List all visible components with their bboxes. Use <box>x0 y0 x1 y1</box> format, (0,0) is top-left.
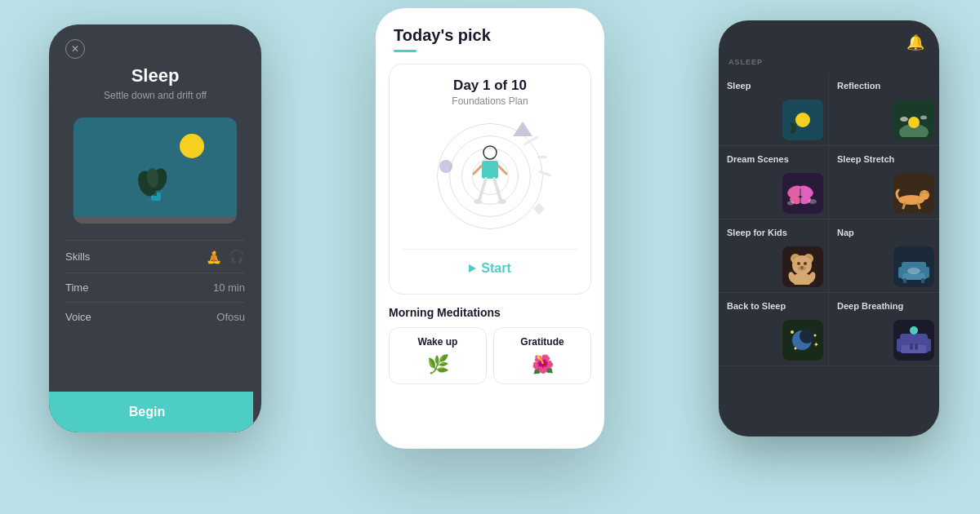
svg-point-59 <box>910 326 918 335</box>
svg-point-36 <box>804 262 807 265</box>
bell-icon[interactable]: 🔔 <box>906 33 924 51</box>
grid-cell-kids[interactable]: Sleep for Kids <box>719 219 829 293</box>
stat-voice: Voice Ofosu <box>65 302 245 331</box>
svg-point-22 <box>808 199 817 204</box>
wakeup-card[interactable]: Wake up 🌿 <box>389 327 487 384</box>
morning-title: Morning Meditations <box>389 306 591 319</box>
dream-cell-illustration <box>782 173 823 214</box>
phone-right: 🔔 ASLEEP Sleep Reflection <box>719 20 939 436</box>
svg-line-7 <box>474 166 482 174</box>
svg-point-38 <box>800 266 804 269</box>
cell-stretch-title: Sleep Stretch <box>837 154 894 164</box>
svg-point-15 <box>900 117 908 122</box>
svg-point-14 <box>908 117 920 128</box>
grid-cell-deep-breathing[interactable]: Deep Breathing <box>829 293 939 366</box>
svg-line-29 <box>918 203 920 208</box>
plant-illustration <box>135 155 176 207</box>
start-row[interactable]: Start <box>469 253 510 281</box>
svg-rect-6 <box>482 161 498 179</box>
svg-line-8 <box>498 166 506 174</box>
svg-text:✦: ✦ <box>813 341 819 348</box>
stat-time-label: Time <box>65 281 88 294</box>
category-label: ASLEEP <box>719 58 939 73</box>
cell-dream-title: Dream Scenes <box>727 154 789 164</box>
right-header: 🔔 <box>719 20 939 58</box>
svg-rect-47 <box>921 278 924 283</box>
purple-circle <box>439 160 452 173</box>
cell-deep-breathing-title: Deep Breathing <box>837 301 903 311</box>
triangle-shape <box>513 122 532 136</box>
shape-2 <box>537 156 547 158</box>
svg-rect-58 <box>926 339 931 352</box>
svg-point-50 <box>800 329 814 343</box>
center-header: Today's pick <box>376 8 604 52</box>
stat-time-value: 10 min <box>213 281 245 294</box>
gratitude-card[interactable]: Gratitude 🌺 <box>493 327 591 384</box>
meditation-cards: Wake up 🌿 Gratitude 🌺 <box>389 327 591 384</box>
svg-point-5 <box>483 146 497 159</box>
svg-line-28 <box>903 203 905 208</box>
moon-icon <box>180 134 204 158</box>
grid-cell-dream[interactable]: Dream Scenes <box>719 146 829 219</box>
category-grid: Sleep Reflection <box>719 73 939 366</box>
back-sleep-cell-illustration: ✦ <box>782 320 823 361</box>
svg-point-27 <box>920 191 924 194</box>
grid-cell-sleep[interactable]: Sleep <box>719 73 829 146</box>
cell-reflection-title: Reflection <box>837 81 880 91</box>
stat-time: Time 10 min <box>65 273 245 302</box>
card-divider <box>403 249 577 250</box>
morning-section: Morning Meditations Wake up 🌿 Gratitude … <box>376 306 604 384</box>
grid-cell-back-sleep[interactable]: Back to Sleep ✦ <box>719 293 829 366</box>
svg-rect-45 <box>924 267 929 278</box>
stats-section: Skills 🧘 🎧 Time 10 min Voice Ofosu <box>65 240 245 331</box>
svg-point-53 <box>795 348 797 350</box>
svg-point-26 <box>925 191 929 194</box>
shape-4 <box>533 203 545 215</box>
wakeup-icon: 🌿 <box>427 354 449 375</box>
wakeup-label: Wake up <box>418 336 458 348</box>
cell-nap-title: Nap <box>837 228 854 237</box>
day-card[interactable]: Day 1 of 10 Foundations Plan <box>389 64 591 295</box>
grid-cell-nap[interactable]: Nap <box>829 219 939 293</box>
svg-rect-57 <box>897 339 902 352</box>
stretch-cell-illustration <box>893 173 934 214</box>
sleep-illustration <box>74 117 237 224</box>
phone-center: Today's pick Day 1 of 10 Foundations Pla… <box>376 8 604 449</box>
sleep-subtitle: Settle down and drift off <box>104 90 207 101</box>
phone-left: ✕ Sleep Settle down and drift off Skills… <box>49 24 261 432</box>
svg-point-35 <box>797 262 800 265</box>
svg-rect-60 <box>910 343 913 350</box>
gratitude-label: Gratitude <box>520 336 564 348</box>
sleep-cell-illustration <box>782 100 823 140</box>
reflection-cell-illustration <box>893 100 934 140</box>
close-button[interactable]: ✕ <box>65 39 85 59</box>
svg-point-51 <box>791 330 794 334</box>
skill-icons: 🧘 🎧 <box>206 249 245 264</box>
grid-cell-stretch[interactable]: Sleep Stretch <box>829 146 939 219</box>
stat-voice-value: Ofosu <box>216 311 245 323</box>
cell-kids-title: Sleep for Kids <box>727 228 787 237</box>
svg-point-23 <box>787 202 794 206</box>
svg-point-12 <box>498 199 506 204</box>
play-icon <box>469 264 476 273</box>
svg-rect-56 <box>900 334 928 345</box>
grid-cell-reflection[interactable]: Reflection <box>829 73 939 146</box>
cell-sleep-title: Sleep <box>727 81 751 91</box>
svg-point-11 <box>474 199 482 204</box>
teal-underline <box>394 50 416 52</box>
begin-button[interactable]: Begin <box>49 392 253 432</box>
kids-cell-illustration <box>782 246 823 287</box>
gratitude-icon: 🌺 <box>532 354 554 375</box>
cell-back-sleep-title: Back to Sleep <box>727 301 786 311</box>
stat-voice-label: Voice <box>65 311 91 323</box>
person-icon: 🧘 <box>206 249 222 264</box>
stat-skills-label: Skills <box>65 250 90 263</box>
svg-rect-44 <box>898 267 903 278</box>
foundations-plan: Foundations Plan <box>452 95 528 107</box>
svg-point-52 <box>814 335 817 337</box>
nap-cell-illustration <box>893 246 934 287</box>
svg-rect-46 <box>903 278 906 283</box>
start-label: Start <box>481 261 510 276</box>
sleep-title: Sleep <box>131 65 180 86</box>
sitting-figure <box>470 144 510 209</box>
